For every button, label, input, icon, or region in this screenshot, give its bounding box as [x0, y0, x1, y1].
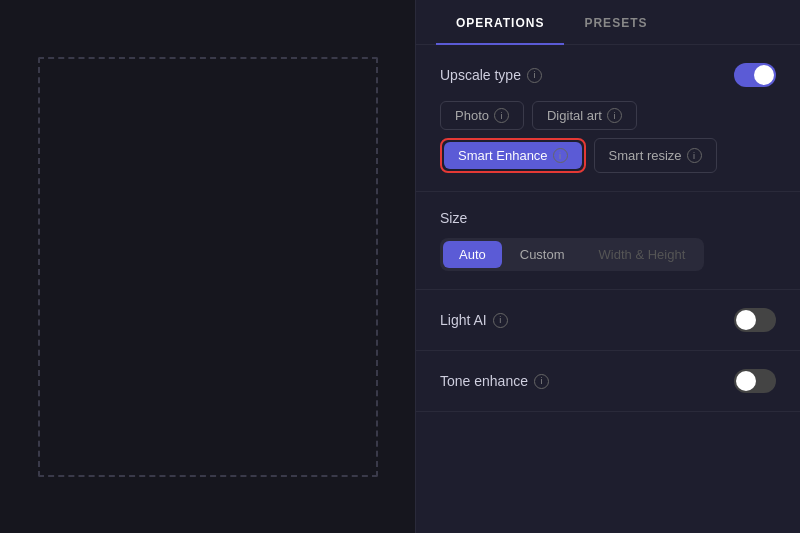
- size-label: Size: [440, 210, 776, 226]
- tone-enhance-label: Tone enhance: [440, 373, 528, 389]
- smart-enhance-info-icon[interactable]: i: [553, 148, 568, 163]
- light-ai-section: Light AI i: [416, 290, 800, 351]
- upscale-type-info-icon[interactable]: i: [527, 68, 542, 83]
- tabs-header: OPERATIONS PRESETS: [416, 0, 800, 45]
- size-option-auto[interactable]: Auto: [443, 241, 502, 268]
- upscale-type-label: Upscale type: [440, 67, 521, 83]
- size-option-custom[interactable]: Custom: [504, 241, 581, 268]
- tab-operations[interactable]: OPERATIONS: [436, 0, 564, 44]
- light-ai-label: Light AI: [440, 312, 487, 328]
- light-ai-toggle-knob: [736, 310, 756, 330]
- tone-enhance-toggle[interactable]: [734, 369, 776, 393]
- option-digital-art[interactable]: Digital art i: [532, 101, 637, 130]
- tone-enhance-toggle-knob: [736, 371, 756, 391]
- smart-enhance-highlight: Smart Enhance i: [440, 138, 586, 173]
- size-options: Auto Custom Width & Height: [440, 238, 704, 271]
- tone-enhance-label-group: Tone enhance i: [440, 373, 549, 389]
- size-option-width-height: Width & Height: [583, 241, 702, 268]
- canvas-placeholder: [38, 57, 378, 477]
- upscale-type-section: Upscale type i Photo i Digital art i: [416, 45, 800, 192]
- option-photo[interactable]: Photo i: [440, 101, 524, 130]
- option-smart-enhance[interactable]: Smart Enhance i: [444, 142, 582, 169]
- canvas-panel: [0, 0, 415, 533]
- digital-art-info-icon[interactable]: i: [607, 108, 622, 123]
- upscale-type-toggle-knob: [754, 65, 774, 85]
- upscale-type-toggle[interactable]: [734, 63, 776, 87]
- photo-info-icon[interactable]: i: [494, 108, 509, 123]
- tone-enhance-section: Tone enhance i: [416, 351, 800, 412]
- size-section: Size Auto Custom Width & Height: [416, 192, 800, 290]
- tone-enhance-info-icon[interactable]: i: [534, 374, 549, 389]
- light-ai-row: Light AI i: [440, 308, 776, 332]
- upscale-type-row: Upscale type i: [440, 63, 776, 87]
- light-ai-label-group: Light AI i: [440, 312, 508, 328]
- tab-presets[interactable]: PRESETS: [564, 0, 667, 44]
- panel-content: Upscale type i Photo i Digital art i: [416, 45, 800, 533]
- upscale-type-options: Photo i Digital art i Smart Enhance i: [440, 101, 776, 173]
- settings-panel: OPERATIONS PRESETS Upscale type i Photo …: [415, 0, 800, 533]
- upscale-type-label-group: Upscale type i: [440, 67, 542, 83]
- light-ai-toggle[interactable]: [734, 308, 776, 332]
- tone-enhance-row: Tone enhance i: [440, 369, 776, 393]
- light-ai-info-icon[interactable]: i: [493, 313, 508, 328]
- smart-resize-info-icon[interactable]: i: [687, 148, 702, 163]
- option-smart-resize[interactable]: Smart resize i: [594, 138, 717, 173]
